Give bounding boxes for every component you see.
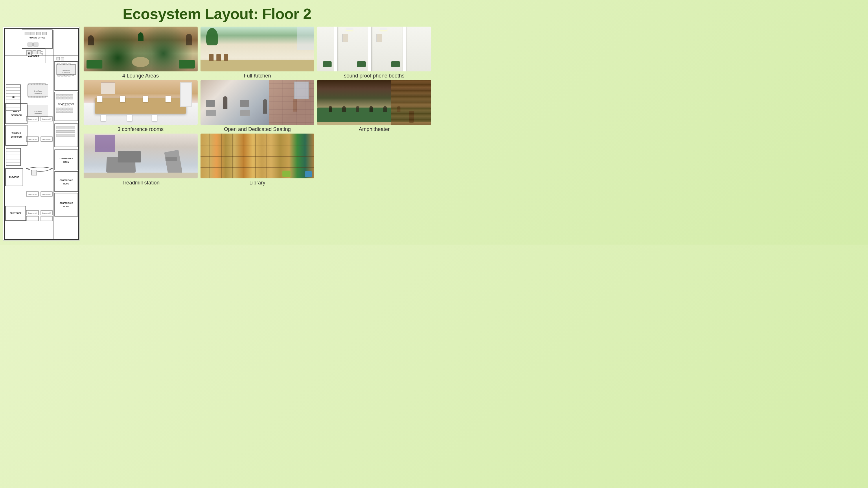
- svg-rect-51: [63, 97, 66, 99]
- svg-rect-53: [70, 97, 73, 99]
- svg-rect-75: [56, 130, 75, 133]
- svg-rect-32: [58, 63, 60, 65]
- svg-rect-65: [70, 111, 73, 113]
- svg-text:Desksrow (d): Desksrow (d): [28, 118, 37, 120]
- amenity-treadmill: Treadmill station: [84, 134, 197, 186]
- svg-rect-60: [70, 108, 73, 110]
- svg-rect-63: [63, 111, 66, 113]
- svg-rect-98: [40, 96, 42, 98]
- open-seating-label: Open and Dedicated Seating: [224, 126, 291, 132]
- svg-text:MEN'S: MEN'S: [13, 110, 20, 112]
- svg-rect-15: [31, 32, 35, 35]
- svg-rect-33: [61, 63, 63, 65]
- amenity-amphitheater: Amphitheater: [317, 80, 431, 132]
- svg-rect-52: [66, 97, 69, 99]
- svg-text:ROOM: ROOM: [63, 183, 69, 185]
- svg-text:BATHROOM: BATHROOM: [11, 136, 22, 138]
- svg-rect-97: [37, 96, 40, 98]
- svg-text:ELEVATOR: ELEVATOR: [9, 176, 20, 178]
- svg-rect-62: [60, 111, 62, 113]
- svg-text:Desksrow (d): Desksrow (d): [42, 212, 51, 214]
- svg-rect-95: [32, 96, 34, 98]
- amenity-library: Library: [200, 134, 314, 186]
- svg-text:Conference: Conference: [62, 105, 70, 107]
- open-seating-photo: [200, 80, 314, 125]
- svg-text:CONFERENCE: CONFERENCE: [60, 158, 73, 160]
- svg-rect-19: [34, 43, 38, 46]
- floor-plan: ⬛ PRIVATE OFFICE ELEVATOR: [3, 27, 80, 240]
- svg-rect-37: [61, 74, 63, 76]
- svg-rect-59: [66, 108, 69, 110]
- svg-rect-76: [56, 134, 75, 136]
- svg-rect-134: [57, 57, 60, 60]
- svg-text:ROOM: ROOM: [63, 205, 69, 207]
- svg-rect-25: [37, 51, 41, 54]
- svg-rect-64: [66, 111, 69, 113]
- amenity-lounge: 4 Lounge Areas: [84, 27, 197, 79]
- svg-text:Conference: Conference: [34, 113, 42, 115]
- svg-rect-44: [56, 94, 59, 96]
- svg-rect-93: [43, 83, 45, 85]
- lounge-label: 4 Lounge Areas: [122, 73, 159, 79]
- phone-booths-photo: [317, 27, 431, 71]
- svg-text:ROOM: ROOM: [63, 161, 69, 163]
- svg-rect-46: [63, 94, 66, 96]
- svg-rect-91: [37, 83, 40, 85]
- svg-text:CONFERENCE: CONFERENCE: [60, 179, 73, 181]
- svg-text:Short Room: Short Room: [62, 69, 70, 71]
- lounge-photo: [84, 27, 197, 71]
- svg-rect-135: [61, 57, 64, 60]
- conference-photo: [84, 80, 197, 125]
- svg-rect-92: [40, 83, 42, 85]
- library-photo: [200, 134, 314, 178]
- svg-text:Desksrow (d): Desksrow (d): [42, 138, 51, 140]
- svg-rect-49: [56, 97, 59, 99]
- svg-rect-48: [70, 94, 73, 96]
- svg-rect-16: [36, 32, 41, 35]
- svg-rect-88: [29, 83, 31, 85]
- svg-rect-38: [64, 74, 67, 76]
- svg-rect-47: [66, 94, 69, 96]
- svg-rect-57: [60, 108, 62, 110]
- svg-text:Short Room: Short Room: [34, 90, 42, 92]
- amenity-conference: 3 conference rooms: [84, 80, 197, 132]
- svg-rect-18: [28, 43, 32, 46]
- svg-text:BATHROOM: BATHROOM: [11, 114, 22, 116]
- svg-text:▣: ▣: [28, 52, 30, 55]
- kitchen-photo: [200, 27, 314, 71]
- svg-rect-50: [60, 97, 62, 99]
- svg-rect-56: [56, 108, 59, 110]
- library-label: Library: [249, 180, 265, 186]
- svg-text:Desksrow (d): Desksrow (d): [28, 138, 37, 140]
- svg-text:PRIVATE OFFICE: PRIVATE OFFICE: [29, 37, 45, 39]
- kitchen-label: Full Kitchen: [244, 73, 271, 79]
- amphitheater-photo: [317, 80, 431, 125]
- treadmill-photo: [84, 134, 197, 178]
- svg-text:Conference: Conference: [34, 93, 42, 94]
- svg-rect-89: [32, 83, 34, 85]
- floor-plan-svg: ⬛ PRIVATE OFFICE ELEVATOR: [3, 27, 80, 240]
- amphitheater-label: Amphitheater: [359, 126, 390, 132]
- svg-rect-24: [33, 51, 36, 54]
- svg-rect-14: [25, 32, 29, 35]
- svg-rect-96: [34, 96, 37, 98]
- svg-rect-35: [68, 63, 70, 65]
- svg-rect-58: [63, 108, 66, 110]
- amenity-phone-booths: sound proof phone booths: [317, 27, 431, 79]
- svg-text:WOMEN'S: WOMEN'S: [11, 132, 21, 134]
- svg-rect-34: [64, 63, 67, 65]
- svg-rect-74: [56, 127, 75, 129]
- svg-rect-39: [68, 74, 70, 76]
- conference-label: 3 conference rooms: [118, 126, 163, 132]
- svg-rect-17: [42, 32, 46, 35]
- amenities-grid: 4 Lounge Areas Full Kitchen: [84, 27, 431, 242]
- svg-text:Desksrow (d): Desksrow (d): [42, 193, 51, 195]
- svg-text:CONFERENCE: CONFERENCE: [60, 202, 73, 204]
- svg-text:Desksrow (d): Desksrow (d): [28, 212, 37, 214]
- amenity-open-seating: Open and Dedicated Seating: [200, 80, 314, 132]
- svg-rect-61: [56, 111, 59, 113]
- svg-rect-45: [60, 94, 62, 96]
- amenity-kitchen: Full Kitchen: [200, 27, 314, 79]
- main-content: ⬛ PRIVATE OFFICE ELEVATOR: [0, 27, 434, 245]
- svg-rect-90: [34, 83, 37, 85]
